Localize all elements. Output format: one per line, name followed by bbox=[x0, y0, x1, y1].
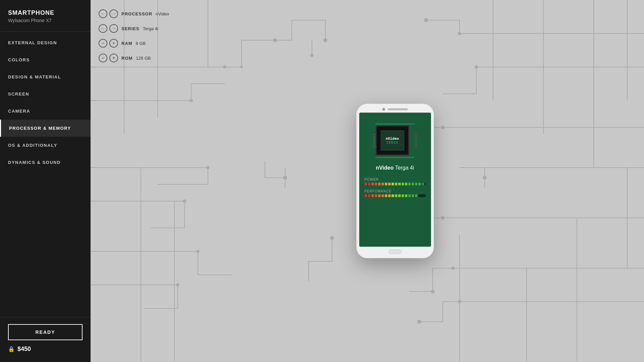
processor-row: ← → PROCESSOR nVideo bbox=[99, 9, 169, 18]
main-content: ← → PROCESSOR nVideo ← → SERIES Terga 4i… bbox=[91, 0, 644, 362]
rom-decrease-button[interactable]: − bbox=[99, 54, 107, 62]
bar-segment bbox=[398, 194, 401, 197]
processor-name-bold: nVideo bbox=[376, 165, 393, 171]
power-metric: POWER bbox=[365, 178, 426, 189]
bar-segment bbox=[405, 183, 408, 185]
svg-point-31 bbox=[176, 283, 179, 287]
bar-segment bbox=[365, 194, 367, 197]
ram-row: − + RAM 8 GB bbox=[99, 39, 169, 48]
sidebar-item-external-design[interactable]: EXTERNAL DESIGN bbox=[0, 34, 91, 51]
phone-speaker bbox=[388, 108, 408, 110]
performance-bar-fill bbox=[365, 194, 426, 197]
chip-container: ▮▮▮▮▮▮▮▮▮▮▮▮▮▮▮▮▮▮▮▮▮▮▮▮▮▮▮▮▮ bbox=[376, 123, 415, 158]
chip-inner: nVideo TERGA bbox=[381, 130, 404, 150]
sidebar-nav: EXTERNAL DESIGN COLORS DESIGN & MATERIAL… bbox=[0, 32, 91, 317]
bar-segment bbox=[395, 183, 397, 185]
chip-pin bbox=[373, 146, 376, 147]
performance-metric: PERFOMANCE bbox=[365, 189, 426, 201]
svg-point-38 bbox=[458, 300, 461, 303]
phone-mockup: ▮▮▮▮▮▮▮▮▮▮▮▮▮▮▮▮▮▮▮▮▮▮▮▮▮▮▮▮▮ bbox=[357, 104, 434, 258]
chip-model: TERGA bbox=[386, 141, 398, 144]
bar-segment-cap bbox=[418, 194, 426, 197]
bar-segment bbox=[412, 183, 414, 185]
front-camera bbox=[382, 108, 385, 111]
chip-pin bbox=[415, 146, 417, 147]
performance-label: PERFOMANCE bbox=[365, 189, 426, 193]
bar-segment bbox=[391, 183, 394, 185]
bar-segment bbox=[422, 183, 424, 185]
sidebar-item-colors[interactable]: COLORS bbox=[0, 51, 91, 68]
lock-icon: 🔒 bbox=[8, 346, 15, 352]
price-label: $450 bbox=[17, 346, 31, 353]
sidebar-bottom: READY 🔒 $450 bbox=[0, 317, 91, 362]
sidebar-item-dynamics-sound[interactable]: DYNAMICS & SOUND bbox=[0, 154, 91, 171]
sidebar-brand: SMARTPHONE bbox=[8, 9, 83, 16]
svg-point-35 bbox=[441, 126, 444, 129]
bar-segment bbox=[405, 194, 408, 197]
bar-segment bbox=[385, 194, 387, 197]
bar-segment bbox=[415, 183, 418, 185]
ram-increase-button[interactable]: + bbox=[109, 39, 118, 48]
home-button[interactable] bbox=[388, 249, 402, 254]
bar-segment bbox=[408, 183, 411, 185]
bar-segment bbox=[371, 194, 374, 197]
bar-segment bbox=[368, 183, 371, 185]
chip-pin bbox=[373, 141, 376, 142]
series-row: ← → SERIES Terga 4i bbox=[99, 24, 169, 33]
sidebar-item-os-additionally[interactable]: OS & ADDITIONALY bbox=[0, 137, 91, 154]
bar-segment bbox=[408, 194, 411, 197]
chip-body: nVideo TERGA bbox=[376, 125, 409, 156]
bar-segment bbox=[368, 194, 371, 197]
svg-point-37 bbox=[451, 266, 454, 270]
bar-segment bbox=[401, 194, 404, 197]
svg-point-41 bbox=[424, 18, 428, 22]
series-prev-button[interactable]: ← bbox=[99, 24, 107, 33]
svg-point-28 bbox=[223, 65, 226, 69]
processor-name-rest: Terga 4i bbox=[393, 165, 414, 171]
sidebar-item-design-material[interactable]: DESIGN & MATERIAL bbox=[0, 68, 91, 85]
bar-segment bbox=[401, 183, 404, 185]
bar-segment bbox=[388, 183, 391, 185]
processor-label: PROCESSOR bbox=[121, 11, 152, 16]
sidebar-item-screen[interactable]: SCREEN bbox=[0, 85, 91, 103]
chip-pin bbox=[373, 143, 376, 144]
svg-point-39 bbox=[240, 66, 243, 68]
rom-label: ROM bbox=[121, 56, 132, 61]
bar-segment bbox=[415, 194, 418, 197]
ram-controls: − + bbox=[99, 39, 118, 48]
performance-bar bbox=[365, 194, 426, 197]
bar-segment bbox=[378, 194, 381, 197]
chip-pins-left bbox=[373, 134, 376, 147]
rom-increase-button[interactable]: + bbox=[109, 54, 118, 62]
series-next-button[interactable]: → bbox=[109, 24, 118, 33]
processor-controls: ← → bbox=[99, 9, 118, 18]
ready-button[interactable]: READY bbox=[8, 324, 83, 340]
svg-point-32 bbox=[196, 250, 200, 253]
sidebar: SMARTPHONE Wylsacom Phone X7 EXTERNAL DE… bbox=[0, 0, 91, 362]
chip-dots-bottom: ▮▮▮▮▮▮▮▮▮▮▮▮▮▮▮▮▮▮▮▮▮▮▮▮▮▮▮▮▮ bbox=[376, 156, 415, 158]
svg-point-33 bbox=[475, 65, 478, 69]
processor-prev-button[interactable]: ← bbox=[99, 9, 107, 18]
phone-outer: ▮▮▮▮▮▮▮▮▮▮▮▮▮▮▮▮▮▮▮▮▮▮▮▮▮▮▮▮▮ bbox=[357, 104, 434, 258]
svg-point-36 bbox=[441, 216, 444, 220]
svg-point-34 bbox=[458, 32, 461, 35]
memory-section: − + RAM 8 GB − + ROM 128 GB bbox=[99, 39, 169, 62]
phone-top-bar bbox=[359, 108, 431, 111]
svg-point-30 bbox=[183, 199, 186, 203]
ram-decrease-button[interactable]: − bbox=[99, 39, 107, 48]
chip-pin bbox=[373, 139, 376, 140]
svg-point-27 bbox=[190, 99, 193, 102]
sidebar-item-processor-memory[interactable]: PROCESSOR & MEMORY bbox=[0, 120, 91, 137]
sidebar-item-camera[interactable]: CAMERA bbox=[0, 103, 91, 120]
sidebar-model: Wylsacom Phone X7 bbox=[8, 18, 83, 23]
series-value: Terga 4i bbox=[143, 26, 158, 31]
bar-segment bbox=[391, 194, 394, 197]
processor-display-name: nVideo Terga 4i bbox=[376, 165, 414, 171]
config-panel: ← → PROCESSOR nVideo ← → SERIES Terga 4i… bbox=[99, 9, 169, 68]
chip-pin bbox=[415, 134, 417, 135]
chip-pin bbox=[373, 134, 376, 135]
svg-point-29 bbox=[206, 166, 210, 169]
processor-next-button[interactable]: → bbox=[109, 9, 118, 18]
series-controls: ← → bbox=[99, 24, 118, 33]
bar-segment bbox=[381, 183, 384, 185]
